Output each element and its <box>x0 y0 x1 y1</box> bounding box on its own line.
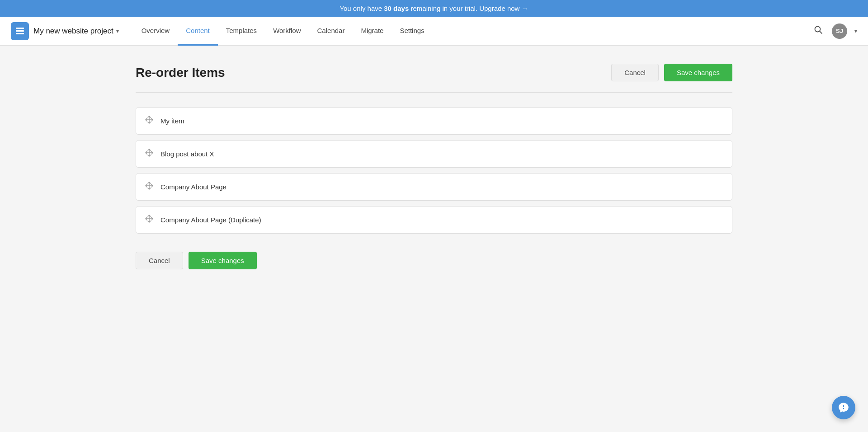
svg-rect-1 <box>16 30 24 32</box>
page-header: Re-order Items Cancel Save changes <box>136 64 732 81</box>
nav-link-workflow[interactable]: Workflow <box>265 17 309 46</box>
search-button[interactable] <box>812 23 825 38</box>
save-button-bottom[interactable]: Save changes <box>189 252 257 269</box>
header-right: SJ ▾ <box>812 23 857 39</box>
cancel-button-bottom[interactable]: Cancel <box>136 252 183 269</box>
logo-icon[interactable] <box>11 22 29 40</box>
nav-link-migrate[interactable]: Migrate <box>353 17 392 46</box>
drag-handle-icon[interactable] <box>145 149 153 159</box>
trial-days: 30 days <box>384 5 409 12</box>
svg-rect-2 <box>16 33 24 34</box>
item-row[interactable]: My item <box>136 107 732 135</box>
item-row[interactable]: Company About Page (Duplicate) <box>136 206 732 234</box>
drag-handle-icon[interactable] <box>145 116 153 126</box>
svg-rect-0 <box>16 28 24 29</box>
drag-handle-icon[interactable] <box>145 182 153 192</box>
header: My new website project ▾ OverviewContent… <box>0 17 868 46</box>
nav-link-overview[interactable]: Overview <box>133 17 178 46</box>
nav-link-content[interactable]: Content <box>178 17 218 46</box>
page-title: Re-order Items <box>136 66 225 80</box>
item-row[interactable]: Company About Page <box>136 173 732 201</box>
main-nav: OverviewContentTemplatesWorkflowCalendar… <box>133 17 812 46</box>
trial-banner: You only have 30 days remaining in your … <box>0 0 868 17</box>
item-label: Company About Page <box>160 183 226 191</box>
nav-link-templates[interactable]: Templates <box>218 17 265 46</box>
avatar-chevron[interactable]: ▾ <box>854 28 857 34</box>
svg-line-4 <box>820 32 822 34</box>
item-label: Company About Page (Duplicate) <box>160 216 261 224</box>
trial-text: You only have 30 days remaining in your … <box>340 5 528 12</box>
project-name[interactable]: My new website project ▾ <box>33 27 119 36</box>
cancel-button-top[interactable]: Cancel <box>611 64 659 81</box>
svg-point-3 <box>815 27 821 32</box>
drag-handle-icon[interactable] <box>145 215 153 225</box>
main-content: Re-order Items Cancel Save changes My it… <box>108 46 760 296</box>
nav-link-calendar[interactable]: Calendar <box>309 17 353 46</box>
divider <box>136 92 732 93</box>
nav-link-settings[interactable]: Settings <box>392 17 432 46</box>
item-list: My item Blog post about X Company About … <box>136 107 732 234</box>
save-button-top[interactable]: Save changes <box>664 64 732 81</box>
project-chevron: ▾ <box>116 28 119 34</box>
avatar[interactable]: SJ <box>832 23 847 39</box>
item-label: My item <box>160 117 184 125</box>
logo-area: My new website project ▾ <box>11 22 119 40</box>
chat-button[interactable] <box>832 396 855 419</box>
item-label: Blog post about X <box>160 150 214 158</box>
bottom-actions: Cancel Save changes <box>136 252 732 269</box>
item-row[interactable]: Blog post about X <box>136 140 732 168</box>
header-actions: Cancel Save changes <box>611 64 732 81</box>
